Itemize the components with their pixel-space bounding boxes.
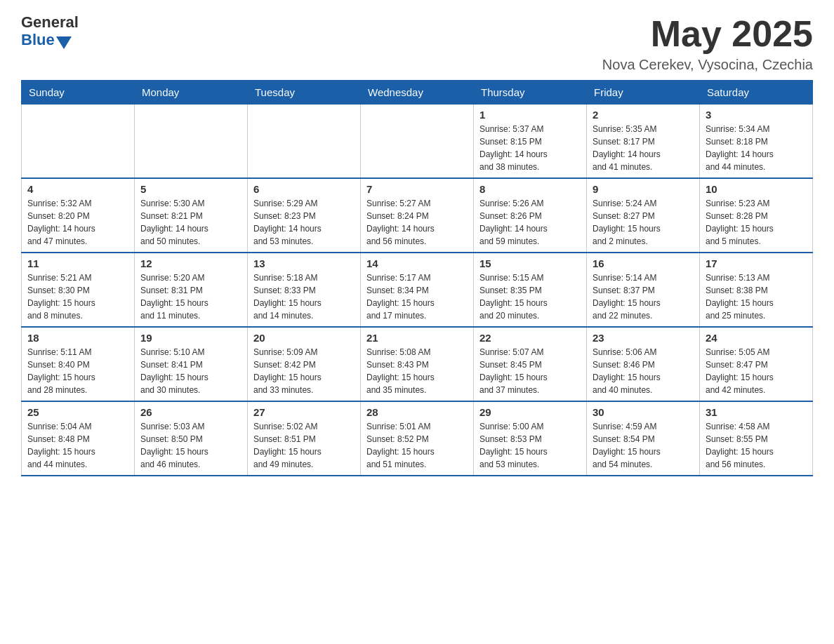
weekday-header-friday: Friday <box>587 81 700 105</box>
day-info: Sunrise: 5:11 AM Sunset: 8:40 PM Dayligh… <box>27 346 128 396</box>
logo-blue: Blue <box>21 32 55 48</box>
calendar-cell: 20Sunrise: 5:09 AM Sunset: 8:42 PM Dayli… <box>248 327 361 401</box>
logo: General Blue <box>21 14 79 49</box>
calendar-cell <box>361 105 474 179</box>
day-info: Sunrise: 5:07 AM Sunset: 8:45 PM Dayligh… <box>479 346 581 396</box>
day-number: 20 <box>253 332 355 344</box>
day-number: 7 <box>366 183 468 195</box>
day-number: 6 <box>253 183 355 195</box>
day-number: 29 <box>479 406 581 418</box>
day-number: 24 <box>706 332 807 344</box>
day-number: 19 <box>140 332 241 344</box>
day-number: 9 <box>593 183 694 195</box>
day-info: Sunrise: 5:15 AM Sunset: 8:35 PM Dayligh… <box>479 271 581 322</box>
day-number: 3 <box>706 109 807 121</box>
calendar-cell: 25Sunrise: 5:04 AM Sunset: 8:48 PM Dayli… <box>22 401 135 476</box>
calendar-cell: 21Sunrise: 5:08 AM Sunset: 8:43 PM Dayli… <box>361 327 474 401</box>
day-number: 17 <box>706 257 807 269</box>
day-number: 13 <box>253 257 355 269</box>
calendar-cell: 29Sunrise: 5:00 AM Sunset: 8:53 PM Dayli… <box>474 401 587 476</box>
calendar-cell: 28Sunrise: 5:01 AM Sunset: 8:52 PM Dayli… <box>361 401 474 476</box>
weekday-header-tuesday: Tuesday <box>248 81 361 105</box>
calendar-cell: 24Sunrise: 5:05 AM Sunset: 8:47 PM Dayli… <box>700 327 813 401</box>
calendar-cell: 10Sunrise: 5:23 AM Sunset: 8:28 PM Dayli… <box>700 178 813 253</box>
month-title: May 2025 <box>602 14 813 54</box>
calendar-cell: 23Sunrise: 5:06 AM Sunset: 8:46 PM Dayli… <box>587 327 700 401</box>
calendar-cell <box>248 105 361 179</box>
calendar-cell: 1Sunrise: 5:37 AM Sunset: 8:15 PM Daylig… <box>474 105 587 179</box>
calendar-week-row: 1Sunrise: 5:37 AM Sunset: 8:15 PM Daylig… <box>22 105 813 179</box>
calendar-week-row: 18Sunrise: 5:11 AM Sunset: 8:40 PM Dayli… <box>22 327 813 401</box>
day-info: Sunrise: 4:59 AM Sunset: 8:54 PM Dayligh… <box>593 420 694 471</box>
day-number: 26 <box>140 406 241 418</box>
day-number: 8 <box>479 183 581 195</box>
calendar-cell: 9Sunrise: 5:24 AM Sunset: 8:27 PM Daylig… <box>587 178 700 253</box>
weekday-header-monday: Monday <box>135 81 248 105</box>
day-number: 27 <box>253 406 355 418</box>
calendar-cell: 30Sunrise: 4:59 AM Sunset: 8:54 PM Dayli… <box>587 401 700 476</box>
day-number: 21 <box>366 332 468 344</box>
calendar-cell: 8Sunrise: 5:26 AM Sunset: 8:26 PM Daylig… <box>474 178 587 253</box>
day-info: Sunrise: 5:08 AM Sunset: 8:43 PM Dayligh… <box>366 346 468 396</box>
day-info: Sunrise: 5:18 AM Sunset: 8:33 PM Dayligh… <box>253 271 355 322</box>
calendar-cell: 7Sunrise: 5:27 AM Sunset: 8:24 PM Daylig… <box>361 178 474 253</box>
day-number: 5 <box>140 183 241 195</box>
calendar-cell: 19Sunrise: 5:10 AM Sunset: 8:41 PM Dayli… <box>135 327 248 401</box>
calendar-cell: 14Sunrise: 5:17 AM Sunset: 8:34 PM Dayli… <box>361 253 474 327</box>
day-number: 31 <box>706 406 807 418</box>
day-info: Sunrise: 5:32 AM Sunset: 8:20 PM Dayligh… <box>27 197 128 248</box>
calendar-cell: 16Sunrise: 5:14 AM Sunset: 8:37 PM Dayli… <box>587 253 700 327</box>
day-info: Sunrise: 5:23 AM Sunset: 8:28 PM Dayligh… <box>706 197 807 248</box>
logo-text: General Blue <box>21 14 79 49</box>
day-number: 22 <box>479 332 581 344</box>
day-number: 28 <box>366 406 468 418</box>
day-info: Sunrise: 5:03 AM Sunset: 8:50 PM Dayligh… <box>140 420 241 471</box>
calendar-cell: 17Sunrise: 5:13 AM Sunset: 8:38 PM Dayli… <box>700 253 813 327</box>
day-number: 10 <box>706 183 807 195</box>
weekday-header-thursday: Thursday <box>474 81 587 105</box>
day-info: Sunrise: 5:13 AM Sunset: 8:38 PM Dayligh… <box>706 271 807 322</box>
day-info: Sunrise: 5:05 AM Sunset: 8:47 PM Dayligh… <box>706 346 807 396</box>
calendar-table: SundayMondayTuesdayWednesdayThursdayFrid… <box>21 80 813 476</box>
day-info: Sunrise: 5:02 AM Sunset: 8:51 PM Dayligh… <box>253 420 355 471</box>
day-info: Sunrise: 5:29 AM Sunset: 8:23 PM Dayligh… <box>253 197 355 248</box>
day-info: Sunrise: 5:09 AM Sunset: 8:42 PM Dayligh… <box>253 346 355 396</box>
day-number: 14 <box>366 257 468 269</box>
calendar-cell: 2Sunrise: 5:35 AM Sunset: 8:17 PM Daylig… <box>587 105 700 179</box>
calendar-week-row: 25Sunrise: 5:04 AM Sunset: 8:48 PM Dayli… <box>22 401 813 476</box>
calendar-cell: 18Sunrise: 5:11 AM Sunset: 8:40 PM Dayli… <box>22 327 135 401</box>
calendar-cell: 4Sunrise: 5:32 AM Sunset: 8:20 PM Daylig… <box>22 178 135 253</box>
title-section: May 2025 Nova Cerekev, Vysocina, Czechia <box>602 14 813 73</box>
calendar-cell: 6Sunrise: 5:29 AM Sunset: 8:23 PM Daylig… <box>248 178 361 253</box>
day-info: Sunrise: 5:27 AM Sunset: 8:24 PM Dayligh… <box>366 197 468 248</box>
calendar-cell: 15Sunrise: 5:15 AM Sunset: 8:35 PM Dayli… <box>474 253 587 327</box>
calendar-cell <box>22 105 135 179</box>
day-number: 30 <box>593 406 694 418</box>
calendar-week-row: 4Sunrise: 5:32 AM Sunset: 8:20 PM Daylig… <box>22 178 813 253</box>
day-info: Sunrise: 5:35 AM Sunset: 8:17 PM Dayligh… <box>593 123 694 173</box>
calendar-cell: 11Sunrise: 5:21 AM Sunset: 8:30 PM Dayli… <box>22 253 135 327</box>
day-info: Sunrise: 5:20 AM Sunset: 8:31 PM Dayligh… <box>140 271 241 322</box>
day-number: 23 <box>593 332 694 344</box>
day-info: Sunrise: 5:14 AM Sunset: 8:37 PM Dayligh… <box>593 271 694 322</box>
calendar-week-row: 11Sunrise: 5:21 AM Sunset: 8:30 PM Dayli… <box>22 253 813 327</box>
day-info: Sunrise: 5:00 AM Sunset: 8:53 PM Dayligh… <box>479 420 581 471</box>
weekday-header-sunday: Sunday <box>22 81 135 105</box>
weekday-header-row: SundayMondayTuesdayWednesdayThursdayFrid… <box>22 81 813 105</box>
page-header: General Blue May 2025 Nova Cerekev, Vyso… <box>21 14 813 73</box>
day-info: Sunrise: 4:58 AM Sunset: 8:55 PM Dayligh… <box>706 420 807 471</box>
calendar-cell: 13Sunrise: 5:18 AM Sunset: 8:33 PM Dayli… <box>248 253 361 327</box>
day-number: 15 <box>479 257 581 269</box>
calendar-cell: 5Sunrise: 5:30 AM Sunset: 8:21 PM Daylig… <box>135 178 248 253</box>
day-number: 12 <box>140 257 241 269</box>
day-number: 16 <box>593 257 694 269</box>
day-info: Sunrise: 5:26 AM Sunset: 8:26 PM Dayligh… <box>479 197 581 248</box>
location-text: Nova Cerekev, Vysocina, Czechia <box>602 57 813 73</box>
weekday-header-wednesday: Wednesday <box>361 81 474 105</box>
calendar-cell: 12Sunrise: 5:20 AM Sunset: 8:31 PM Dayli… <box>135 253 248 327</box>
day-number: 2 <box>593 109 694 121</box>
day-info: Sunrise: 5:04 AM Sunset: 8:48 PM Dayligh… <box>27 420 128 471</box>
calendar-cell: 26Sunrise: 5:03 AM Sunset: 8:50 PM Dayli… <box>135 401 248 476</box>
day-number: 1 <box>479 109 581 121</box>
day-info: Sunrise: 5:06 AM Sunset: 8:46 PM Dayligh… <box>593 346 694 396</box>
